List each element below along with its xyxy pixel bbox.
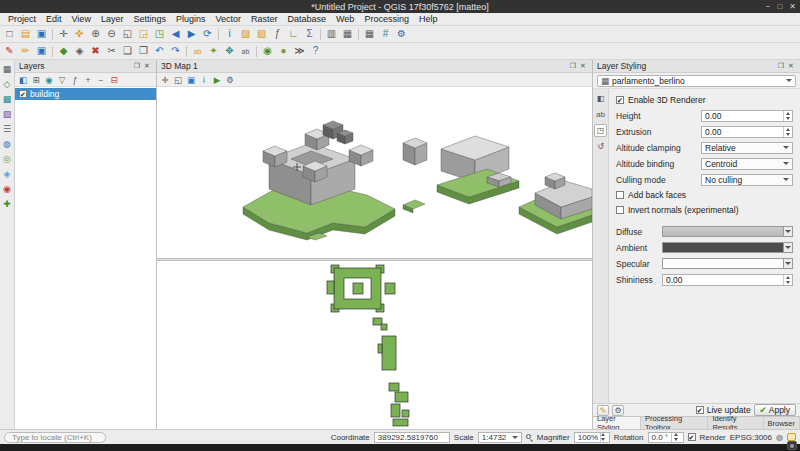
shininess-spinbox[interactable]: 0.00	[662, 274, 793, 286]
delete-selected-icon[interactable]: ✖	[88, 44, 103, 59]
collapse-all-icon[interactable]: −	[95, 74, 107, 86]
close-panel-icon[interactable]: ✕	[786, 61, 796, 71]
menu-raster[interactable]: Raster	[246, 14, 283, 24]
filter-legend-icon[interactable]: ▽	[56, 74, 68, 86]
chevron-down-icon[interactable]	[783, 243, 792, 252]
messages-icon[interactable]	[787, 433, 796, 441]
close-button[interactable]: ✕	[789, 2, 796, 11]
cut-features-icon[interactable]: ✂	[104, 44, 119, 59]
system-tray-icon[interactable]	[787, 441, 797, 450]
add-back-faces-checkbox[interactable]	[616, 191, 624, 199]
spin-down-icon[interactable]	[784, 116, 792, 121]
enable-3d-renderer-checkbox[interactable]: ✔	[616, 96, 624, 104]
tab-labels[interactable]: ab	[594, 108, 607, 121]
field-calculator-icon[interactable]: #	[378, 27, 393, 42]
close-panel-icon[interactable]: ✕	[578, 61, 588, 71]
menu-settings[interactable]: Settings	[128, 14, 171, 24]
identify-3d-icon[interactable]: i	[198, 74, 210, 86]
diffuse-color-button[interactable]	[662, 226, 793, 237]
invert-normals-checkbox[interactable]	[616, 206, 624, 214]
pin-labels-icon[interactable]: ✦	[206, 44, 221, 59]
spin-down-icon[interactable]	[672, 437, 680, 442]
open-project-icon[interactable]: ▤	[18, 27, 33, 42]
menu-database[interactable]: Database	[283, 14, 332, 24]
spin-down-icon[interactable]	[784, 280, 792, 285]
vertex-tool-icon[interactable]: ◈	[72, 44, 87, 59]
python-console-icon[interactable]: ≫	[292, 44, 307, 59]
layer-labeling-icon[interactable]: ab	[190, 44, 205, 59]
deselect-features-icon[interactable]: ▧	[254, 27, 269, 42]
add-spatialite-layer-icon[interactable]: ◎	[1, 152, 14, 165]
add-wms-layer-icon[interactable]: ◈	[1, 167, 14, 180]
render-checkbox[interactable]: ✔	[688, 433, 696, 441]
data-source-manager-icon[interactable]: ▦	[1, 62, 14, 75]
undo-icon[interactable]: ↶	[152, 44, 167, 59]
add-delimited-text-icon[interactable]: ☰	[1, 122, 14, 135]
filter-by-expression-icon[interactable]: ƒ	[69, 74, 81, 86]
apply-button[interactable]: ✔ Apply	[754, 404, 796, 416]
menu-vector[interactable]: Vector	[210, 14, 246, 24]
zoom-full-icon[interactable]: ◱	[120, 27, 135, 42]
tab-browser[interactable]: Browser	[764, 417, 800, 429]
paste-features-icon[interactable]: ❐	[136, 44, 151, 59]
remove-layer-icon[interactable]: ⊟	[108, 74, 120, 86]
help-icon[interactable]: ?	[308, 44, 323, 59]
tab-3d-view[interactable]: ◳	[594, 124, 607, 137]
animation-icon[interactable]: ▶	[211, 74, 223, 86]
zoom-next-icon[interactable]: ▶	[184, 27, 199, 42]
camera-control-icon[interactable]: ✛	[159, 74, 171, 86]
new-project-icon[interactable]: □	[2, 27, 17, 42]
current-edits-icon[interactable]: ✎	[2, 44, 17, 59]
extrusion-spinbox[interactable]: 0.00	[701, 126, 793, 138]
culling-mode-select[interactable]: No culling	[701, 174, 793, 186]
dock-panel-icon[interactable]: ❐	[132, 61, 142, 71]
menu-view[interactable]: View	[67, 14, 96, 24]
altitude-clamping-select[interactable]: Relative	[701, 142, 793, 154]
map-canvas[interactable]	[157, 261, 592, 429]
new-shapefile-icon[interactable]: ✚	[1, 197, 14, 210]
menu-web[interactable]: Web	[331, 14, 359, 24]
zoom-out-icon[interactable]: ⊖	[104, 27, 119, 42]
move-label-icon[interactable]: ✥	[222, 44, 237, 59]
layer-tree[interactable]: ✔ building	[15, 87, 156, 429]
redo-icon[interactable]: ↷	[168, 44, 183, 59]
spin-down-icon[interactable]	[784, 132, 792, 137]
minimize-button[interactable]: −	[766, 2, 771, 11]
live-update-checkbox[interactable]: ✔	[696, 406, 704, 414]
menu-project[interactable]: Project	[3, 14, 41, 24]
dock-panel-icon[interactable]: ❐	[568, 61, 578, 71]
save-project-icon[interactable]: ▣	[34, 27, 49, 42]
zoom-full-3d-icon[interactable]: ◱	[172, 74, 184, 86]
magnifier-spinbox[interactable]: 100%	[574, 432, 610, 443]
zoom-last-icon[interactable]: ◀	[168, 27, 183, 42]
tab-processing-toolbox[interactable]: Processing Toolbox	[641, 417, 708, 429]
layout-manager-icon[interactable]: ▦	[340, 27, 355, 42]
statistical-summary-icon[interactable]: Σ	[302, 27, 317, 42]
map3d-viewport[interactable]	[157, 87, 592, 258]
coordinate-box[interactable]: 389292.5819760	[374, 432, 450, 443]
new-layout-icon[interactable]: ▥	[324, 27, 339, 42]
add-raster-layer-icon[interactable]: ▩	[1, 92, 14, 105]
spin-down-icon[interactable]	[601, 437, 606, 442]
tab-history[interactable]: ↺	[594, 140, 607, 153]
select-features-icon[interactable]: ▨	[238, 27, 253, 42]
layer-visibility-checkbox[interactable]: ✔	[19, 90, 27, 98]
add-feature-icon[interactable]: ◆	[56, 44, 71, 59]
scale-select[interactable]: 1:4732	[478, 432, 522, 443]
dock-panel-icon[interactable]: ❐	[776, 61, 786, 71]
menu-processing[interactable]: Processing	[359, 14, 414, 24]
rotation-spinbox[interactable]: 0.0 °	[648, 432, 684, 443]
toggle-editing-icon[interactable]: ✏	[18, 44, 33, 59]
zoom-in-icon[interactable]: ⊕	[88, 27, 103, 42]
save-image-icon[interactable]: ▣	[185, 74, 197, 86]
tab-symbology[interactable]: ◧	[594, 92, 607, 105]
zoom-to-layer-icon[interactable]: ◳	[152, 27, 167, 42]
tab-layer-styling[interactable]: Layer Styling	[593, 417, 641, 429]
ambient-color-button[interactable]	[662, 242, 793, 253]
add-group-icon[interactable]: ⊞	[30, 74, 42, 86]
maximize-button[interactable]: □	[777, 2, 782, 11]
identify-features-icon[interactable]: i	[222, 27, 237, 42]
measure-icon[interactable]: ∟	[286, 27, 301, 42]
save-edits-icon[interactable]: ▣	[34, 44, 49, 59]
zoom-to-selection-icon[interactable]: ◲	[136, 27, 151, 42]
